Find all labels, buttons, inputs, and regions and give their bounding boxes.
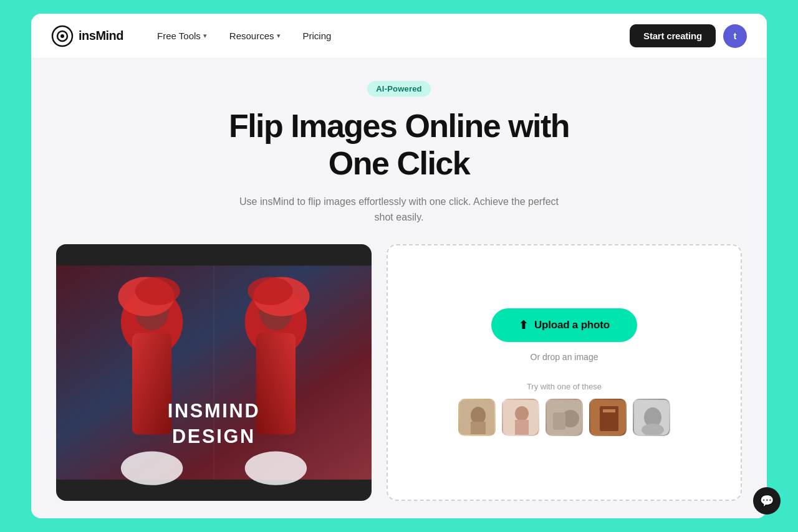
svg-point-13 (135, 277, 180, 305)
chat-icon: 💬 (760, 494, 774, 508)
hero-section: AI-Powered Flip Images Online with One C… (31, 59, 767, 518)
upload-area: ⬆ Upload a photo Or drop an image (491, 308, 637, 362)
drop-text: Or drop an image (531, 352, 598, 362)
svg-rect-8 (132, 333, 171, 435)
svg-rect-23 (471, 422, 486, 434)
upload-icon: ⬆ (519, 318, 528, 332)
svg-point-25 (515, 406, 529, 421)
nav-right: Start creating t (630, 24, 747, 48)
start-creating-button[interactable]: Start creating (630, 24, 716, 47)
sample-image-1[interactable] (458, 399, 496, 436)
svg-rect-32 (603, 409, 615, 412)
demo-image: INSMIND DESIGN (56, 244, 372, 501)
svg-point-22 (471, 407, 486, 424)
svg-rect-29 (553, 412, 565, 430)
content-area: INSMIND DESIGN ⬆ Upload a photo O (56, 244, 742, 501)
hero-title: Flip Images Online with One Click (229, 108, 569, 183)
svg-text:DESIGN: DESIGN (172, 425, 256, 447)
svg-point-19 (121, 451, 183, 485)
try-label: Try with one of these (527, 382, 602, 391)
sample-image-4[interactable] (589, 399, 627, 436)
svg-rect-26 (515, 420, 529, 435)
nav-links: Free Tools ▾ Resources ▾ Pricing (148, 26, 630, 46)
svg-rect-11 (256, 333, 296, 435)
hero-subtitle: Use insMind to flip images effortlessly … (237, 194, 561, 226)
nav-free-tools[interactable]: Free Tools ▾ (148, 26, 216, 46)
logo-text: insMind (79, 29, 123, 43)
svg-point-35 (642, 424, 664, 436)
chat-fab-button[interactable]: 💬 (753, 487, 781, 515)
upload-button[interactable]: ⬆ Upload a photo (491, 308, 637, 342)
navbar: insMind Free Tools ▾ Resources ▾ Pricing… (31, 14, 767, 59)
try-section: Try with one of these (408, 382, 721, 436)
resources-chevron: ▾ (277, 32, 281, 40)
svg-point-15 (248, 277, 292, 305)
sample-image-5[interactable] (633, 399, 670, 436)
ai-badge: AI-Powered (367, 81, 431, 97)
svg-point-20 (245, 451, 307, 485)
upload-panel: ⬆ Upload a photo Or drop an image Try wi… (387, 244, 742, 501)
sample-image-2[interactable] (502, 399, 539, 436)
sample-images (458, 399, 670, 436)
user-avatar-button[interactable]: t (723, 24, 747, 48)
svg-point-2 (60, 34, 64, 38)
nav-resources[interactable]: Resources ▾ (221, 26, 289, 46)
logo[interactable]: insMind (51, 25, 123, 47)
logo-icon (51, 25, 74, 47)
demo-image-panel: INSMIND DESIGN (56, 244, 372, 501)
svg-text:INSMIND: INSMIND (168, 400, 261, 422)
nav-pricing[interactable]: Pricing (294, 26, 340, 46)
sample-image-3[interactable] (546, 399, 583, 436)
free-tools-chevron: ▾ (203, 32, 207, 40)
